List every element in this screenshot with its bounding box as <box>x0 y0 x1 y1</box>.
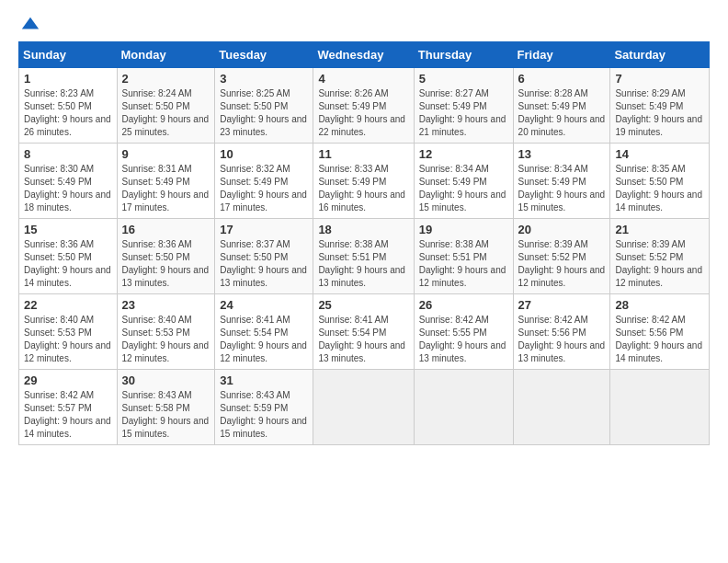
day-number: 3 <box>220 72 308 86</box>
day-info: Sunrise: 8:38 AMSunset: 5:51 PMDaylight:… <box>419 238 508 290</box>
page-header <box>18 14 710 34</box>
calendar-table: SundayMondayTuesdayWednesdayThursdayFrid… <box>18 41 710 445</box>
day-info: Sunrise: 8:43 AMSunset: 5:58 PMDaylight:… <box>122 389 210 441</box>
calendar-cell: 25Sunrise: 8:41 AMSunset: 5:54 PMDayligh… <box>313 294 414 370</box>
calendar-cell: 8Sunrise: 8:30 AMSunset: 5:49 PMDaylight… <box>19 144 118 219</box>
calendar-cell <box>610 370 710 445</box>
day-number: 27 <box>518 298 606 312</box>
column-header-monday: Monday <box>117 42 215 68</box>
day-number: 15 <box>24 223 112 236</box>
day-number: 26 <box>419 298 508 312</box>
day-number: 6 <box>518 72 606 86</box>
day-info: Sunrise: 8:33 AMSunset: 5:49 PMDaylight:… <box>318 163 408 214</box>
day-number: 28 <box>615 298 704 312</box>
day-number: 18 <box>318 223 408 236</box>
column-header-sunday: Sunday <box>19 42 118 68</box>
day-info: Sunrise: 8:29 AMSunset: 5:49 PMDaylight:… <box>615 87 704 139</box>
day-info: Sunrise: 8:23 AMSunset: 5:50 PMDaylight:… <box>24 87 112 139</box>
calendar-week-row: 15Sunrise: 8:36 AMSunset: 5:50 PMDayligh… <box>19 219 710 294</box>
day-number: 1 <box>24 72 112 86</box>
day-info: Sunrise: 8:38 AMSunset: 5:51 PMDaylight:… <box>318 238 408 290</box>
calendar-cell: 27Sunrise: 8:42 AMSunset: 5:56 PMDayligh… <box>513 294 610 370</box>
day-info: Sunrise: 8:32 AMSunset: 5:49 PMDaylight:… <box>220 163 308 214</box>
calendar-body: 1Sunrise: 8:23 AMSunset: 5:50 PMDaylight… <box>19 68 710 445</box>
day-number: 23 <box>122 298 210 312</box>
calendar-cell: 21Sunrise: 8:39 AMSunset: 5:52 PMDayligh… <box>610 219 710 294</box>
calendar-cell: 6Sunrise: 8:28 AMSunset: 5:49 PMDaylight… <box>513 68 610 144</box>
calendar-cell <box>313 370 414 445</box>
day-info: Sunrise: 8:25 AMSunset: 5:50 PMDaylight:… <box>220 87 308 139</box>
day-number: 13 <box>518 147 606 161</box>
calendar-cell: 30Sunrise: 8:43 AMSunset: 5:58 PMDayligh… <box>117 370 215 445</box>
calendar-cell: 20Sunrise: 8:39 AMSunset: 5:52 PMDayligh… <box>513 219 610 294</box>
calendar-header-row: SundayMondayTuesdayWednesdayThursdayFrid… <box>19 42 710 68</box>
day-number: 24 <box>220 298 308 312</box>
day-info: Sunrise: 8:36 AMSunset: 5:50 PMDaylight:… <box>122 238 210 290</box>
calendar-week-row: 29Sunrise: 8:42 AMSunset: 5:57 PMDayligh… <box>19 370 710 445</box>
day-number: 17 <box>220 223 308 236</box>
day-number: 19 <box>419 223 508 236</box>
day-number: 8 <box>24 147 112 161</box>
column-header-wednesday: Wednesday <box>313 42 414 68</box>
day-number: 30 <box>122 373 210 387</box>
day-number: 7 <box>615 72 704 86</box>
svg-marker-0 <box>22 17 39 29</box>
calendar-cell: 16Sunrise: 8:36 AMSunset: 5:50 PMDayligh… <box>117 219 215 294</box>
calendar-cell: 19Sunrise: 8:38 AMSunset: 5:51 PMDayligh… <box>414 219 513 294</box>
day-number: 22 <box>24 298 112 312</box>
day-number: 2 <box>122 72 210 86</box>
calendar-cell: 26Sunrise: 8:42 AMSunset: 5:55 PMDayligh… <box>414 294 513 370</box>
day-number: 5 <box>419 72 508 86</box>
day-number: 10 <box>220 147 308 161</box>
calendar-cell: 31Sunrise: 8:43 AMSunset: 5:59 PMDayligh… <box>215 370 313 445</box>
calendar-cell: 14Sunrise: 8:35 AMSunset: 5:50 PMDayligh… <box>610 144 710 219</box>
calendar-cell: 3Sunrise: 8:25 AMSunset: 5:50 PMDaylight… <box>215 68 313 144</box>
day-info: Sunrise: 8:40 AMSunset: 5:53 PMDaylight:… <box>24 314 112 365</box>
day-info: Sunrise: 8:42 AMSunset: 5:57 PMDaylight:… <box>24 389 112 441</box>
calendar-cell: 10Sunrise: 8:32 AMSunset: 5:49 PMDayligh… <box>215 144 313 219</box>
day-info: Sunrise: 8:28 AMSunset: 5:49 PMDaylight:… <box>518 87 606 139</box>
day-number: 25 <box>318 298 408 312</box>
day-info: Sunrise: 8:35 AMSunset: 5:50 PMDaylight:… <box>615 163 704 214</box>
calendar-cell: 18Sunrise: 8:38 AMSunset: 5:51 PMDayligh… <box>313 219 414 294</box>
day-info: Sunrise: 8:37 AMSunset: 5:50 PMDaylight:… <box>220 238 308 290</box>
day-number: 9 <box>122 147 210 161</box>
day-info: Sunrise: 8:36 AMSunset: 5:50 PMDaylight:… <box>24 238 112 290</box>
calendar-cell: 9Sunrise: 8:31 AMSunset: 5:49 PMDaylight… <box>117 144 215 219</box>
day-info: Sunrise: 8:40 AMSunset: 5:53 PMDaylight:… <box>122 314 210 365</box>
day-number: 11 <box>318 147 408 161</box>
calendar-cell: 28Sunrise: 8:42 AMSunset: 5:56 PMDayligh… <box>610 294 710 370</box>
day-info: Sunrise: 8:31 AMSunset: 5:49 PMDaylight:… <box>122 163 210 214</box>
calendar-week-row: 8Sunrise: 8:30 AMSunset: 5:49 PMDaylight… <box>19 144 710 219</box>
calendar-cell: 13Sunrise: 8:34 AMSunset: 5:49 PMDayligh… <box>513 144 610 219</box>
day-info: Sunrise: 8:34 AMSunset: 5:49 PMDaylight:… <box>419 163 508 214</box>
column-header-thursday: Thursday <box>414 42 513 68</box>
column-header-friday: Friday <box>513 42 610 68</box>
logo-icon <box>20 14 40 34</box>
day-info: Sunrise: 8:39 AMSunset: 5:52 PMDaylight:… <box>615 238 704 290</box>
calendar-cell: 7Sunrise: 8:29 AMSunset: 5:49 PMDaylight… <box>610 68 710 144</box>
day-number: 31 <box>220 373 308 387</box>
calendar-cell: 5Sunrise: 8:27 AMSunset: 5:49 PMDaylight… <box>414 68 513 144</box>
calendar-cell: 24Sunrise: 8:41 AMSunset: 5:54 PMDayligh… <box>215 294 313 370</box>
day-info: Sunrise: 8:34 AMSunset: 5:49 PMDaylight:… <box>518 163 606 214</box>
day-number: 20 <box>518 223 606 236</box>
calendar-week-row: 22Sunrise: 8:40 AMSunset: 5:53 PMDayligh… <box>19 294 710 370</box>
day-number: 4 <box>318 72 408 86</box>
calendar-cell: 15Sunrise: 8:36 AMSunset: 5:50 PMDayligh… <box>19 219 118 294</box>
day-info: Sunrise: 8:42 AMSunset: 5:56 PMDaylight:… <box>518 314 606 365</box>
day-info: Sunrise: 8:42 AMSunset: 5:55 PMDaylight:… <box>419 314 508 365</box>
day-info: Sunrise: 8:26 AMSunset: 5:49 PMDaylight:… <box>318 87 408 139</box>
day-number: 14 <box>615 147 704 161</box>
calendar-cell: 29Sunrise: 8:42 AMSunset: 5:57 PMDayligh… <box>19 370 118 445</box>
calendar-cell <box>513 370 610 445</box>
calendar-week-row: 1Sunrise: 8:23 AMSunset: 5:50 PMDaylight… <box>19 68 710 144</box>
day-info: Sunrise: 8:39 AMSunset: 5:52 PMDaylight:… <box>518 238 606 290</box>
day-number: 12 <box>419 147 508 161</box>
day-info: Sunrise: 8:41 AMSunset: 5:54 PMDaylight:… <box>318 314 408 365</box>
day-info: Sunrise: 8:43 AMSunset: 5:59 PMDaylight:… <box>220 389 308 441</box>
calendar-cell: 4Sunrise: 8:26 AMSunset: 5:49 PMDaylight… <box>313 68 414 144</box>
calendar-cell: 1Sunrise: 8:23 AMSunset: 5:50 PMDaylight… <box>19 68 118 144</box>
calendar-cell: 2Sunrise: 8:24 AMSunset: 5:50 PMDaylight… <box>117 68 215 144</box>
day-number: 29 <box>24 373 112 387</box>
